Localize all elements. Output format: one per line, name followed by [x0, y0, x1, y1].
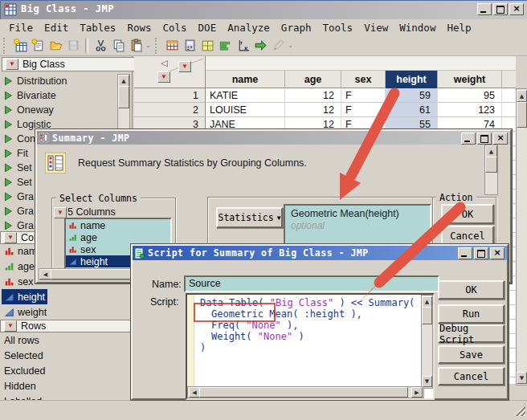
- statistics-button[interactable]: Statistics ▼: [216, 207, 283, 228]
- main-maximize-button[interactable]: [493, 3, 508, 15]
- column-header-age[interactable]: age: [285, 71, 341, 88]
- stat-entry[interactable]: Geometric Mean(height): [285, 206, 430, 219]
- script-close-button[interactable]: ×: [490, 247, 505, 259]
- scroll-up-icon[interactable]: ▲: [485, 145, 497, 157]
- script-ok-button[interactable]: OK: [438, 280, 505, 300]
- cell-height[interactable]: 61: [386, 103, 438, 117]
- cut-icon[interactable]: [92, 38, 108, 54]
- column-header-sex[interactable]: sex: [341, 71, 386, 88]
- sidebar-analysis-item[interactable]: Distribution: [2, 74, 116, 88]
- scroll-up-icon[interactable]: ▲: [422, 296, 432, 308]
- scroll-down-icon[interactable]: ▼: [422, 376, 432, 387]
- script-save-button[interactable]: Save: [438, 345, 505, 364]
- script-minimize-button[interactable]: [458, 247, 472, 259]
- scroll-left-icon[interactable]: ◀: [39, 269, 51, 279]
- sidebar-row-item[interactable]: All rows: [4, 332, 129, 348]
- menu-file[interactable]: File: [3, 21, 39, 35]
- menu-rows[interactable]: Rows: [121, 21, 157, 35]
- rows-red-triangle-icon[interactable]: [157, 71, 170, 83]
- table-corner-header[interactable]: ◁: [134, 56, 206, 88]
- columns-red-triangle-icon[interactable]: [178, 61, 191, 72]
- sidebar-analysis-item[interactable]: Oneway: [2, 103, 116, 117]
- menu-edit[interactable]: Edit: [39, 21, 74, 35]
- join-icon[interactable]: [252, 38, 268, 54]
- bar-chart-icon[interactable]: [217, 38, 233, 54]
- formula-icon[interactable]: [182, 38, 198, 54]
- editor-horizontal-scrollbar[interactable]: ◀ ▶: [187, 386, 424, 398]
- table-vertical-scrollbar[interactable]: ▲ ▼: [516, 88, 527, 385]
- red-triangle-menu-icon[interactable]: [4, 320, 17, 332]
- scroll-up-icon[interactable]: ▲: [517, 90, 527, 102]
- toolbar-overflow-icon[interactable]: ⌄: [287, 38, 294, 54]
- script-title-bar[interactable]: Script for Summary of Big Class - JMP ×: [133, 246, 507, 260]
- data-table-icon[interactable]: [164, 38, 180, 54]
- table-row[interactable]: 1KATIE12F5995: [134, 88, 516, 103]
- sidebar-column-sex[interactable]: sex: [2, 274, 35, 289]
- column-header-height[interactable]: height: [386, 71, 438, 88]
- split-window-icon[interactable]: [199, 38, 215, 54]
- summary-title-bar[interactable]: Summary - JMP ×: [37, 131, 510, 145]
- script-debug-script-button[interactable]: Debug Script: [438, 324, 505, 343]
- script-maximize-button[interactable]: [474, 247, 488, 259]
- menu-tables[interactable]: Tables: [74, 21, 121, 35]
- row-number-cell[interactable]: 2: [134, 103, 206, 117]
- new-data-table-icon[interactable]: [12, 38, 28, 54]
- menu-doe[interactable]: DOE: [193, 21, 223, 35]
- open-icon[interactable]: [47, 38, 63, 54]
- menu-view[interactable]: View: [358, 21, 394, 35]
- summary-vertical-scrollbar[interactable]: ▲: [484, 145, 498, 195]
- save-icon[interactable]: [65, 38, 81, 54]
- main-close-button[interactable]: ×: [509, 3, 524, 15]
- sidebar-column-height[interactable]: height: [2, 289, 47, 304]
- sidebar-column-weight[interactable]: weight: [2, 304, 49, 320]
- cell-name[interactable]: KATIE: [206, 88, 285, 103]
- main-title-bar[interactable]: Big Class - JMP ×: [0, 0, 527, 19]
- cell-sex[interactable]: F: [341, 88, 386, 103]
- rows-panel-header[interactable]: Rows: [0, 320, 132, 332]
- cell-height[interactable]: 59: [386, 88, 438, 103]
- menu-analyze[interactable]: Analyze: [222, 21, 276, 35]
- column-header-name[interactable]: name: [206, 71, 285, 88]
- sidebar-row-item[interactable]: Excluded: [4, 363, 129, 378]
- menu-cols[interactable]: Cols: [157, 21, 192, 35]
- name-input[interactable]: Source: [184, 275, 439, 292]
- row-number-cell[interactable]: 1: [134, 88, 206, 103]
- script-editor[interactable]: Data Table( "Big Class" ) << Summary(Geo…: [186, 293, 435, 400]
- disclosure-left-icon[interactable]: ◁: [161, 58, 167, 68]
- scroll-right-icon[interactable]: ▶: [411, 387, 423, 398]
- scroll-up-icon[interactable]: ▲: [118, 75, 129, 87]
- menu-tools[interactable]: Tools: [317, 21, 359, 35]
- scroll-left-icon[interactable]: ◀: [189, 387, 200, 398]
- cell-weight[interactable]: 123: [438, 103, 502, 117]
- columns-count-red-triangle-icon[interactable]: [54, 207, 67, 218]
- menu-graph[interactable]: Graph: [276, 21, 317, 35]
- cell-sex[interactable]: F: [341, 103, 386, 117]
- scroll-down-icon[interactable]: ▼: [517, 372, 527, 384]
- toolbar-overflow-icon[interactable]: ⌄: [145, 38, 152, 54]
- menu-window[interactable]: Window: [394, 21, 441, 35]
- main-minimize-button[interactable]: [477, 3, 492, 15]
- summary-maximize-button[interactable]: [477, 133, 492, 145]
- cell-age[interactable]: 12: [285, 103, 341, 117]
- menu-help[interactable]: Help: [441, 21, 476, 35]
- summary-close-button[interactable]: ×: [493, 133, 508, 145]
- sidebar-column-age[interactable]: age: [2, 259, 37, 274]
- summary-ok-button[interactable]: OK: [441, 204, 494, 224]
- copy-icon[interactable]: [110, 38, 126, 54]
- sidebar-row-item[interactable]: Selected: [4, 348, 129, 363]
- summary-column-name[interactable]: name: [66, 219, 170, 231]
- edit-script-icon[interactable]: [270, 38, 286, 54]
- paste-icon[interactable]: [128, 38, 144, 54]
- red-triangle-menu-icon[interactable]: [4, 232, 17, 243]
- script-run-button[interactable]: Run: [438, 304, 505, 324]
- fit-y-by-x-icon[interactable]: [235, 38, 251, 54]
- table-row[interactable]: 2LOUISE12F61123: [134, 103, 516, 117]
- red-triangle-menu-icon[interactable]: [6, 59, 18, 70]
- new-script-icon[interactable]: [30, 38, 46, 54]
- column-header-weight[interactable]: weight: [438, 71, 502, 88]
- editor-vertical-scrollbar[interactable]: ▲ ▼: [421, 295, 433, 389]
- sidebar-analysis-item[interactable]: Bivariate: [2, 88, 116, 103]
- script-code[interactable]: Data Table( "Big Class" ) << Summary(Geo…: [195, 297, 422, 353]
- summary-column-age[interactable]: age: [66, 231, 170, 243]
- summary-minimize-button[interactable]: [461, 133, 476, 145]
